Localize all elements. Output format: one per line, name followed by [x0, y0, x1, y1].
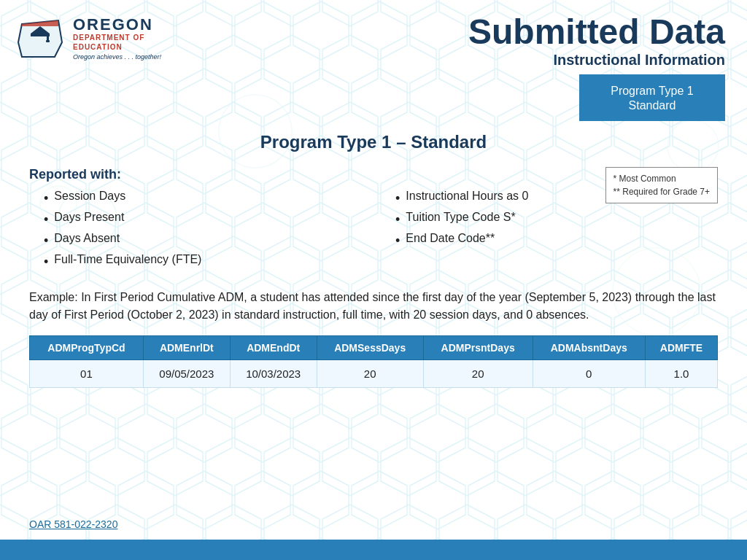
table-cell: 0 [533, 360, 645, 388]
badge-line1: Program Type 1 [601, 83, 703, 99]
data-table: ADMProgTypCdADMEnrlDtADMEndDtADMSessDays… [29, 335, 718, 388]
list-item: •End Date Code** [395, 232, 718, 249]
table-head: ADMProgTypCdADMEnrlDtADMEndDtADMSessDays… [30, 336, 718, 360]
table-cell: 01 [30, 360, 144, 388]
svg-rect-13 [46, 40, 50, 42]
svg-rect-12 [47, 34, 49, 41]
bullet-dot: • [395, 233, 400, 249]
table-column-header: ADMPrsntDays [423, 336, 533, 360]
table-column-header: ADMEnrlDt [143, 336, 230, 360]
legend-line1: * Most Common [614, 172, 710, 185]
bullet-col-left: •Session Days•Days Present•Days Absent•F… [44, 190, 366, 274]
bullet-text: Days Absent [54, 232, 120, 245]
bullet-text: End Date Code** [406, 232, 495, 245]
legend-line2: ** Required for Grade 7+ [614, 185, 710, 198]
header-right: Submitted Data Instructional Information… [468, 13, 725, 121]
legend-box: * Most Common ** Required for Grade 7+ [605, 167, 718, 203]
bullet-text: Full-Time Equivalency (FTE) [54, 253, 201, 266]
bullet-dot: • [44, 254, 48, 270]
bullet-text: Session Days [54, 190, 125, 203]
table-column-header: ADMSessDays [317, 336, 423, 360]
list-item: •Days Present [44, 211, 366, 228]
bullet-text: Instructional Hours as 0 [406, 190, 528, 203]
table-cell: 20 [317, 360, 423, 388]
table-cell: 09/05/2023 [143, 360, 230, 388]
bottom-bar [0, 540, 747, 560]
page-title: Submitted Data [468, 13, 725, 52]
bullet-dot: • [44, 191, 48, 206]
table-header-row: ADMProgTypCdADMEnrlDtADMEndDtADMSessDays… [30, 336, 718, 360]
bullet-dot: • [44, 233, 48, 249]
bullet-dot: • [395, 212, 400, 228]
table-column-header: ADMFTE [645, 336, 717, 360]
bullet-dot: • [395, 191, 400, 206]
page-subtitle: Instructional Information [468, 52, 725, 69]
bullet-text: Days Present [54, 211, 124, 224]
example-text: Example: In First Period Cumulative ADM,… [29, 289, 718, 324]
list-item: •Tuition Type Code S* [395, 211, 718, 228]
table-body: 0109/05/202310/03/2023202001.0 [30, 360, 718, 388]
list-item: •Full-Time Equivalency (FTE) [44, 253, 366, 270]
section-title: Program Type 1 – Standard [29, 132, 718, 152]
list-item: •Session Days [44, 190, 366, 206]
list-item: •Days Absent [44, 232, 366, 249]
header: OREGON DEPARTMENT OFEDUCATION Oregon ach… [0, 0, 747, 128]
program-badge: Program Type 1 Standard [579, 74, 725, 121]
table-cell: 20 [423, 360, 533, 388]
oregon-logo-icon [15, 13, 66, 64]
table-column-header: ADMProgTypCd [30, 336, 144, 360]
oar-link[interactable]: OAR 581-022-2320 [29, 518, 117, 530]
table-column-header: ADMEndDt [230, 336, 317, 360]
logo-tagline-label: Oregon achieves . . . together! [73, 53, 161, 61]
logo-oregon-label: OREGON [73, 17, 161, 33]
footer-link-area: OAR 581-022-2320 [0, 515, 747, 540]
logo-text: OREGON DEPARTMENT OFEDUCATION Oregon ach… [73, 17, 161, 61]
bullet-text: Tuition Type Code S* [406, 211, 515, 224]
table-cell: 1.0 [645, 360, 717, 388]
bullet-dot: • [44, 212, 48, 228]
logo-dept-label: DEPARTMENT OFEDUCATION [73, 33, 161, 52]
table-cell: 10/03/2023 [230, 360, 317, 388]
reported-section: Reported with: * Most Common ** Required… [29, 167, 718, 274]
table-row: 0109/05/202310/03/2023202001.0 [30, 360, 718, 388]
badge-line2: Standard [601, 99, 703, 112]
table-column-header: ADMAbsntDays [533, 336, 645, 360]
main-content: Program Type 1 – Standard Reported with:… [0, 128, 747, 515]
logo-area: OREGON DEPARTMENT OFEDUCATION Oregon ach… [15, 13, 161, 64]
